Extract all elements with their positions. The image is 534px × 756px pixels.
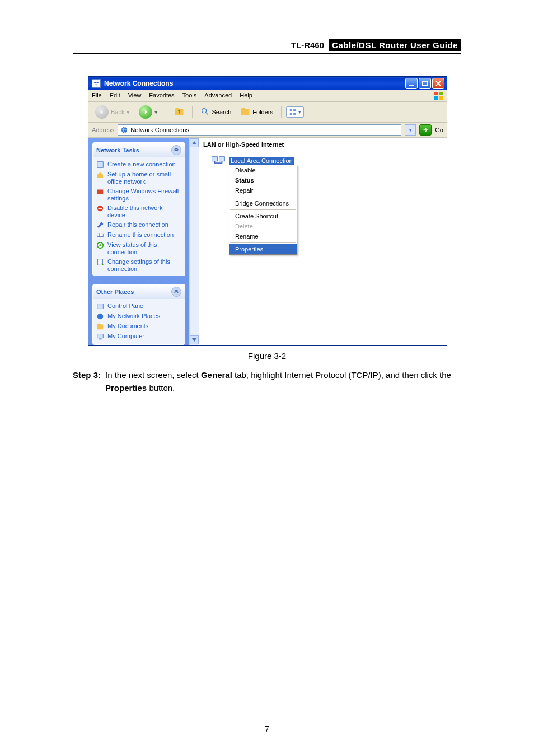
other-places-panel: Other Places Control Panel My Network Pl… xyxy=(92,284,185,346)
folders-label: Folders xyxy=(252,109,273,115)
chevron-down-icon: ▾ xyxy=(127,109,130,116)
address-dropdown-button[interactable]: ▾ xyxy=(405,124,416,136)
item-label: Local Area Connection xyxy=(229,157,294,165)
task-status[interactable]: View status of this connection xyxy=(96,241,181,256)
content-area: Network Tasks Create a new connection Se… xyxy=(88,138,447,345)
menu-edit[interactable]: Edit xyxy=(110,92,120,100)
figure-caption: Figure 3-2 xyxy=(73,351,461,361)
main-listing: LAN or High-Speed Internet Local Area Co… xyxy=(199,138,447,345)
svg-point-14 xyxy=(99,244,101,246)
close-button[interactable] xyxy=(432,78,444,89)
maximize-button[interactable] xyxy=(419,78,431,89)
folders-button[interactable]: Folders xyxy=(237,105,277,119)
svg-rect-12 xyxy=(97,234,104,236)
task-rename[interactable]: Rename this connection xyxy=(96,231,181,239)
step-bold-properties: Properties xyxy=(105,383,147,393)
chevron-down-icon: ▾ xyxy=(409,127,412,133)
svg-rect-5 xyxy=(290,113,292,115)
task-create-connection[interactable]: Create a new connection xyxy=(96,161,181,169)
disable-icon xyxy=(96,204,104,212)
scroll-down-button[interactable] xyxy=(190,335,199,344)
forward-icon xyxy=(139,105,152,119)
address-label: Address xyxy=(92,127,114,133)
windows-logo-icon xyxy=(434,92,443,100)
other-my-computer[interactable]: My Computer xyxy=(96,333,181,340)
ctx-status[interactable]: Status xyxy=(229,175,297,185)
step-text-part: In the next screen, select xyxy=(105,370,201,380)
network-places-icon xyxy=(96,312,104,320)
chevron-up-icon xyxy=(174,147,179,153)
ctx-bridge[interactable]: Bridge Connections xyxy=(229,198,297,208)
step-text-part: tab, highlight Internet Protocol (TCP/IP… xyxy=(232,370,451,380)
title-bar: Network Connections xyxy=(88,77,447,90)
svg-rect-18 xyxy=(97,334,104,338)
folders-icon xyxy=(240,106,250,118)
documents-icon xyxy=(96,323,104,330)
svg-rect-21 xyxy=(219,157,225,161)
address-field[interactable]: Network Connections xyxy=(118,124,401,136)
local-area-connection-item[interactable]: Local Area Connection Disable Status Rep… xyxy=(211,155,294,167)
svg-rect-6 xyxy=(293,113,296,115)
views-icon xyxy=(289,108,297,116)
forward-button[interactable]: ▾ xyxy=(135,104,161,120)
go-button[interactable] xyxy=(419,124,432,136)
up-button[interactable] xyxy=(171,105,188,119)
address-value: Network Connections xyxy=(130,127,189,133)
menu-separator xyxy=(230,242,296,243)
menu-bar: File Edit View Favorites Tools Advanced … xyxy=(88,90,447,102)
task-setup-network[interactable]: Set up a home or small office network xyxy=(96,171,181,185)
network-tasks-body: Create a new connection Set up a home or… xyxy=(93,157,185,276)
step-bold-general: General xyxy=(201,370,232,380)
ctx-rename[interactable]: Rename xyxy=(229,231,297,241)
svg-rect-1 xyxy=(423,81,427,86)
other-my-documents[interactable]: My Documents xyxy=(96,323,181,330)
collapse-button[interactable] xyxy=(171,145,181,155)
other-network-places[interactable]: My Network Places xyxy=(96,312,181,320)
other-control-panel[interactable]: Control Panel xyxy=(96,302,181,310)
arrow-right-icon xyxy=(422,127,429,133)
step-3: Step 3: In the next screen, select Gener… xyxy=(73,368,461,395)
task-disable-device[interactable]: Disable this network device xyxy=(96,204,181,219)
svg-rect-3 xyxy=(290,109,292,111)
menu-separator xyxy=(230,209,296,210)
network-tasks-header[interactable]: Network Tasks xyxy=(93,143,185,157)
rename-icon xyxy=(96,231,104,239)
back-icon xyxy=(95,105,109,119)
control-panel-icon xyxy=(96,302,104,310)
window-title: Network Connections xyxy=(104,80,405,87)
address-bar: Address Network Connections ▾ Go xyxy=(88,123,447,138)
collapse-button[interactable] xyxy=(171,287,181,297)
minimize-button[interactable] xyxy=(405,78,418,89)
menu-advanced[interactable]: Advanced xyxy=(204,92,232,100)
svg-rect-8 xyxy=(97,162,104,168)
views-button[interactable]: ▾ xyxy=(286,106,304,118)
step-text-part: button. xyxy=(147,383,175,393)
svg-rect-20 xyxy=(212,157,218,161)
scroll-up-button[interactable] xyxy=(190,138,199,147)
ctx-properties[interactable]: Properties xyxy=(229,244,297,254)
ctx-repair[interactable]: Repair xyxy=(229,185,297,195)
svg-point-17 xyxy=(97,313,104,319)
step-text: In the next screen, select General tab, … xyxy=(105,368,461,395)
menu-favorites[interactable]: Favorites xyxy=(149,92,174,100)
guide-title: Cable/DSL Router User Guide xyxy=(329,39,461,51)
folder-up-icon xyxy=(174,106,184,118)
menu-file[interactable]: File xyxy=(92,92,102,100)
svg-rect-19 xyxy=(99,338,101,339)
other-places-header[interactable]: Other Places xyxy=(93,284,185,299)
toolbar: Back ▾ ▾ xyxy=(88,102,447,123)
ctx-shortcut[interactable]: Create Shortcut xyxy=(229,211,297,221)
menu-help[interactable]: Help xyxy=(240,92,252,100)
category-header: LAN or High-Speed Internet xyxy=(203,141,442,148)
sidepane-scrollbar[interactable] xyxy=(189,138,199,345)
task-repair[interactable]: Repair this connection xyxy=(96,221,181,229)
back-button[interactable]: Back ▾ xyxy=(92,104,133,120)
task-firewall[interactable]: Change Windows Firewall settings xyxy=(96,188,181,202)
task-settings[interactable]: Change settings of this connection xyxy=(96,258,181,273)
menu-tools[interactable]: Tools xyxy=(182,92,197,100)
menu-view[interactable]: View xyxy=(128,92,142,100)
search-label: Search xyxy=(212,109,231,115)
search-button[interactable]: Search xyxy=(197,106,235,118)
ctx-disable[interactable]: Disable xyxy=(229,165,297,175)
other-places-body: Control Panel My Network Places My Docum… xyxy=(93,299,185,346)
